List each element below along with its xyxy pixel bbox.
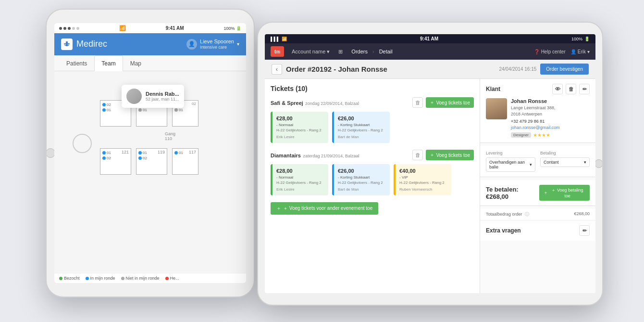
betaling-select[interactable]: Contant ▾	[540, 157, 590, 167]
edit-extra-button[interactable]: ✏	[579, 225, 590, 236]
total-row: Te betalen: €268,00 ＋ ＋ Voeg betaling to…	[480, 180, 595, 206]
plus-event-icon: ＋	[276, 205, 281, 212]
user-name-block: Lieve Spooren Intensive care	[200, 38, 234, 51]
map-home-circle[interactable]	[73, 134, 92, 153]
main-content: Tickets (10) Safi & Spreej zondag 22/09/…	[265, 79, 595, 293]
totaal-row: Totaalbedrag order ⓘ €268,00	[480, 209, 595, 220]
edit-customer-button[interactable]: ✏	[579, 84, 590, 94]
event-name-2: Diamantairs	[271, 153, 301, 158]
klant-section: Klant 👁 🗑 ✏ Johan Ronsse L	[480, 79, 595, 143]
plus-icon-1: ＋	[430, 99, 434, 106]
legend-bezocht: Bezocht	[59, 276, 80, 281]
room-121: 121 01 02	[100, 148, 131, 175]
ticket-card: €28,00 - Normaal H-22 Gelijkvloers - Ran…	[271, 112, 328, 143]
time-left: 9:41 AM	[166, 26, 184, 31]
event-actions-1: 🗑 ＋ Voeg tickets toe	[412, 97, 474, 108]
ticket-card: €28,00 - Normaal H-22 Gelijkvloers - Ran…	[271, 164, 328, 195]
nav-orders[interactable]: Orders	[347, 47, 372, 56]
klant-action-icons: 👁 🗑 ✏	[552, 84, 590, 94]
tab-patients[interactable]: Patients	[59, 55, 94, 71]
view-customer-button[interactable]: 👁	[552, 84, 563, 94]
event-date-2: zaterdag 21/09/2014, Balzaal	[303, 154, 359, 158]
tab-team[interactable]: Team	[94, 55, 123, 71]
right-tablet: ▌▌▌ 📶 9:41 AM 100% 🔋 tm Account name ▾	[257, 22, 603, 306]
tab-bar: Patients Team Map	[54, 55, 246, 71]
help-button[interactable]: ❓ Help center	[534, 49, 566, 54]
back-button[interactable]: ‹	[272, 64, 282, 75]
user-icon: 👤	[570, 49, 576, 54]
room-119: 119 01 02	[136, 148, 167, 175]
customer-stars: ★★★★	[533, 132, 550, 138]
event-header-2: Diamantairs zaterdag 21/09/2014, Balzaal…	[271, 150, 474, 160]
room-117: 117 01	[172, 148, 198, 175]
app-logo-icon	[61, 39, 73, 50]
delete-event-1-button[interactable]: 🗑	[412, 97, 423, 108]
nav-grid[interactable]: ⊞	[334, 47, 347, 56]
order-date: 24/04/2014 16:15	[499, 66, 536, 72]
legend-niet-ronde: Niet in mijn ronde	[121, 276, 160, 281]
legend-bezocht-label: Bezocht	[64, 276, 80, 281]
wifi-right: 📶	[282, 37, 287, 41]
add-event-button[interactable]: ＋ ＋ Voeg tickets voor ander evenement to…	[271, 202, 378, 215]
popup-patient-details: 52 jaar, man 11...	[146, 97, 179, 102]
home-button-right[interactable]	[594, 159, 603, 168]
customer-avatar	[486, 98, 507, 119]
order-strip-left: ‹ Order #20192 - Johan Ronsse	[272, 64, 387, 75]
dropdown-arrow-icon: ▾	[237, 41, 239, 47]
totaal-value: €268,00	[574, 211, 590, 218]
levering-arrow: ▾	[530, 162, 532, 167]
tm-logo: tm	[271, 46, 284, 57]
add-payment-label: ＋ Voeg betaling toe	[549, 187, 585, 198]
status-bar-right: ▌▌▌ 📶 9:41 AM 100% 🔋	[265, 34, 595, 43]
user-info[interactable]: 👤 Lieve Spooren Intensive care ▾	[186, 38, 239, 51]
event-date-1: zondag 22/09/2014, Balzaal	[305, 101, 359, 106]
wifi-icon: 📶	[119, 25, 126, 31]
help-icon: ❓	[534, 49, 540, 54]
event-name-meta-1: Safi & Spreej zondag 22/09/2014, Balzaal	[271, 98, 359, 107]
user-button[interactable]: 👤 Erik ▾	[570, 49, 590, 54]
tickets-title: Tickets (10)	[271, 85, 308, 92]
plus-icon-2: ＋	[430, 152, 434, 158]
add-tickets-event-2-button[interactable]: ＋ Voeg tickets toe	[426, 150, 474, 160]
user-display-name: Lieve Spooren	[200, 38, 234, 45]
levering-select[interactable]: Overhandigen aan balie ▾	[486, 157, 535, 172]
nav-account[interactable]: Account name ▾	[288, 47, 334, 56]
betaling-label: Betaling	[540, 151, 590, 155]
patient-popup[interactable]: Dennis Rab... 52 jaar, man 11...	[122, 85, 184, 108]
levering-label: Levering	[486, 151, 535, 155]
app-header-left: Medirec 👤 Lieve Spooren Intensive care ▾	[54, 33, 246, 55]
customer-address: Lange Leemstraat 388,2018 Antwerpen	[511, 105, 590, 117]
order-title: Order #20192 - Johan Ronsse	[286, 65, 387, 73]
topbar-left: tm Account name ▾ ⊞ Orders › Detail	[271, 46, 396, 57]
delete-customer-button[interactable]: 🗑	[566, 84, 576, 94]
delivery-payment-row: Levering Overhandigen aan balie ▾ Betali…	[486, 151, 590, 172]
legend-mijn-ronde: In mijn ronde	[86, 276, 115, 281]
nav-sep: ›	[372, 49, 374, 54]
popup-avatar	[126, 89, 142, 104]
signal-dots	[59, 27, 79, 30]
tickets-panel: Tickets (10) Safi & Spreej zondag 22/09/…	[265, 79, 480, 293]
extra-vragen-title: Extra vragen ✏	[486, 225, 590, 236]
delivery-payment-section: Levering Overhandigen aan balie ▾ Betali…	[480, 146, 595, 177]
delete-event-2-button[interactable]: 🗑	[412, 150, 423, 160]
customer-phone: +32 479 29 86 81	[511, 119, 590, 124]
topbar-nav: Account name ▾ ⊞ Orders › Detail	[288, 47, 396, 56]
nav-detail[interactable]: Detail	[375, 47, 396, 56]
user-role: Intensive care	[200, 45, 234, 51]
customer-email[interactable]: johan.ronsse@gmail.com	[511, 125, 590, 130]
customer-tags: Designer ★★★★	[511, 132, 590, 138]
tickets-header-row: Tickets (10)	[271, 85, 474, 92]
add-payment-button[interactable]: ＋ ＋ Voeg betaling toe	[539, 185, 590, 201]
gang-label: Gang	[165, 131, 175, 136]
gang-number: 110	[165, 136, 172, 141]
tickets-row-2: €28,00 - Normaal H-22 Gelijkvloers - Ran…	[271, 164, 474, 195]
add-tickets-event-1-button[interactable]: ＋ Voeg tickets toe	[426, 97, 474, 108]
ticket-card: €26,00 - Korting Stukkaart H-22 Gelijkvl…	[332, 164, 390, 195]
event-actions-2: 🗑 ＋ Voeg tickets toe	[412, 150, 474, 160]
ticket-card: €26,00 - Korting Stukkaart H-22 Gelijkvl…	[332, 112, 390, 143]
time-right: 9:41 AM	[420, 36, 438, 41]
customer-panel: Klant 👁 🗑 ✏ Johan Ronsse L	[480, 79, 595, 293]
confirm-order-button[interactable]: Order bevestigen	[540, 64, 589, 75]
home-button-left[interactable]	[46, 148, 55, 158]
tab-map[interactable]: Map	[123, 55, 149, 71]
